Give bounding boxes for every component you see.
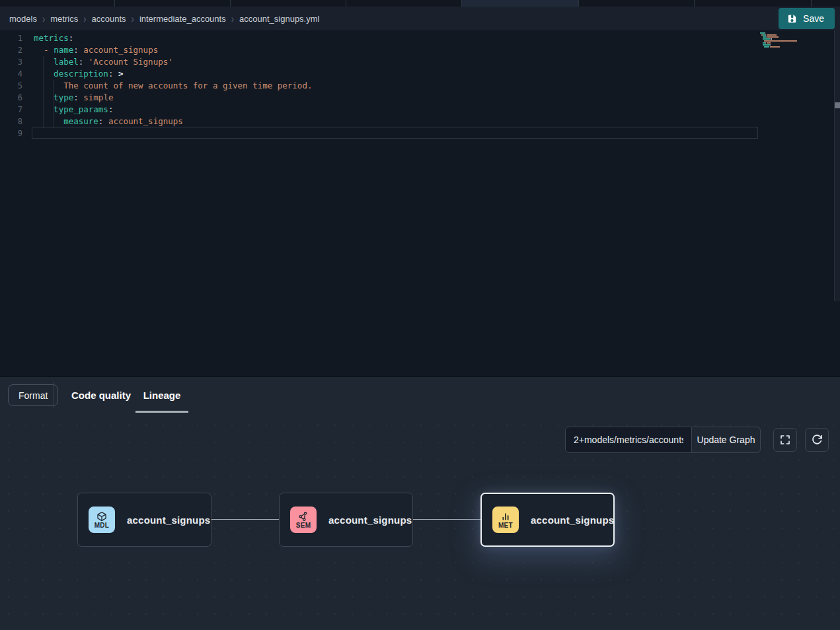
editor-tab-divider	[346, 0, 346, 7]
lineage-selector-input[interactable]	[565, 427, 692, 453]
code-text: description: >	[22, 68, 124, 80]
code-line[interactable]: 4 description: >	[0, 68, 758, 80]
refresh-button[interactable]	[805, 428, 829, 452]
editor-tab-active[interactable]	[461, 0, 578, 7]
lineage-node-semantic-model[interactable]: SEM account_signups	[279, 493, 413, 547]
save-button[interactable]: Save	[779, 8, 835, 29]
editor-tab-divider	[578, 0, 579, 7]
lineage-node-metric[interactable]: MET account_signups	[480, 493, 615, 547]
editor-scrollbar[interactable]	[834, 30, 840, 301]
fullscreen-icon	[779, 434, 791, 446]
breadcrumb-item[interactable]: metrics	[50, 14, 78, 24]
code-text: measure: account_signups	[22, 116, 183, 127]
code-text: - name: account_signups	[22, 44, 158, 56]
active-tab-underline	[135, 411, 188, 413]
code-text: The count of new accounts for a given ti…	[22, 80, 312, 92]
line-number: 8	[0, 116, 22, 127]
breadcrumb: models›metrics›accounts›intermediate_acc…	[0, 7, 840, 30]
editor-tab-divider	[114, 0, 115, 7]
lineage-selector-group: Update Graph	[565, 427, 761, 453]
line-number: 7	[0, 104, 22, 116]
editor-tab-strip[interactable]	[0, 0, 840, 7]
line-number: 9	[0, 127, 22, 139]
node-label: account_signups	[328, 514, 412, 526]
code-lines[interactable]: 1metrics:2 - name: account_signups3 labe…	[0, 32, 758, 139]
lineage-edge	[211, 519, 279, 520]
code-text: type: simple	[22, 92, 113, 104]
lineage-edge	[413, 519, 480, 520]
breadcrumb-separator-icon: ›	[132, 13, 134, 24]
line-number: 3	[0, 56, 22, 68]
editor-tab-divider	[811, 0, 812, 7]
breadcrumb-item[interactable]: models	[9, 14, 37, 24]
code-line[interactable]: 8 measure: account_signups	[0, 116, 758, 127]
code-text: label: 'Account Signups'	[22, 56, 173, 68]
code-line[interactable]: 6 type: simple	[0, 92, 758, 104]
tab-lineage[interactable]: Lineage	[135, 384, 188, 406]
update-graph-button[interactable]: Update Graph	[692, 427, 761, 453]
editor-tab-divider	[461, 0, 462, 7]
code-line[interactable]: 1metrics:	[0, 32, 758, 44]
line-number: 4	[0, 68, 22, 80]
line-number: 2	[0, 44, 22, 56]
breadcrumb-separator-icon: ›	[42, 13, 45, 24]
code-line[interactable]: 5 The count of new accounts for a given …	[0, 80, 758, 92]
editor-tab-divider	[694, 0, 695, 7]
line-number: 5	[0, 80, 22, 92]
metric-badge: MET	[492, 507, 519, 533]
scrollbar-marker[interactable]	[835, 102, 840, 108]
model-badge: MDL	[89, 507, 115, 533]
code-line[interactable]: 7 type_params:	[0, 104, 758, 116]
cube-icon	[96, 511, 107, 522]
code-editor[interactable]: 1metrics:2 - name: account_signups3 labe…	[0, 30, 840, 376]
tab-code-quality[interactable]: Code quality	[69, 384, 133, 406]
breadcrumb-separator-icon: ›	[83, 13, 86, 24]
lineage-node-model[interactable]: MDL account_signups	[77, 493, 211, 547]
panel-divider	[54, 382, 54, 408]
breadcrumb-item[interactable]: intermediate_accounts	[139, 14, 226, 24]
fullscreen-button[interactable]	[773, 428, 797, 452]
breadcrumb-item[interactable]: accounts	[92, 14, 126, 24]
bar-chart-icon	[500, 511, 511, 522]
format-button[interactable]: Format	[8, 384, 58, 406]
editor-tab-divider	[230, 0, 231, 7]
node-label: account_signups	[531, 514, 614, 526]
network-icon	[298, 511, 309, 522]
minimap[interactable]	[760, 32, 801, 50]
code-line[interactable]: 2 - name: account_signups	[0, 44, 758, 56]
current-line-highlight	[32, 127, 758, 139]
code-text: metrics:	[22, 32, 73, 44]
refresh-icon	[811, 434, 823, 446]
line-number: 6	[0, 92, 22, 104]
code-text: type_params:	[22, 104, 113, 116]
line-number: 1	[0, 32, 22, 44]
save-disk-icon	[786, 13, 798, 24]
breadcrumb-item[interactable]: account_signups.yml	[239, 14, 319, 24]
semantic-model-badge: SEM	[290, 507, 317, 533]
code-line[interactable]: 3 label: 'Account Signups'	[0, 56, 758, 68]
save-button-label: Save	[803, 13, 824, 24]
bottom-panel: Format Code quality Lineage Update Graph	[0, 376, 840, 630]
breadcrumb-separator-icon: ›	[231, 13, 234, 24]
node-label: account_signups	[127, 514, 210, 526]
